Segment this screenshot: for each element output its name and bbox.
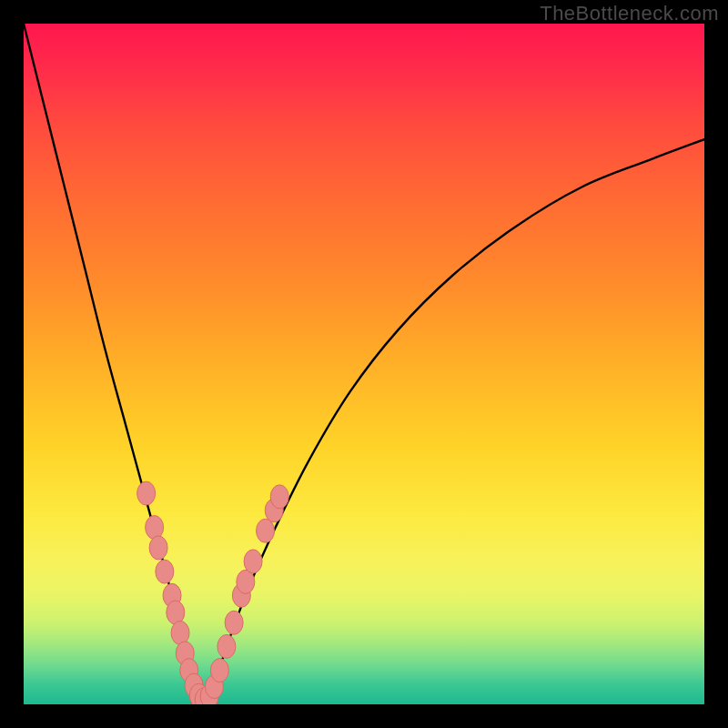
chart-container: TheBottleneck.com	[0, 0, 728, 728]
bottleneck-curve-path	[24, 24, 704, 701]
curve-svg	[24, 24, 704, 704]
marker-point	[156, 560, 174, 583]
marker-point	[146, 516, 164, 540]
marker-point	[171, 621, 189, 644]
marker-point	[137, 481, 156, 505]
marker-point	[167, 601, 185, 624]
marker-point	[244, 550, 262, 573]
marker-point	[210, 659, 228, 682]
marker-point	[225, 611, 243, 634]
marker-point	[149, 536, 167, 560]
marker-point	[217, 634, 236, 658]
watermark-text: TheBottleneck.com	[540, 2, 719, 25]
marker-point	[270, 485, 288, 509]
plot-area	[24, 24, 704, 704]
marker-point	[257, 519, 275, 542]
marker-group	[137, 481, 289, 704]
